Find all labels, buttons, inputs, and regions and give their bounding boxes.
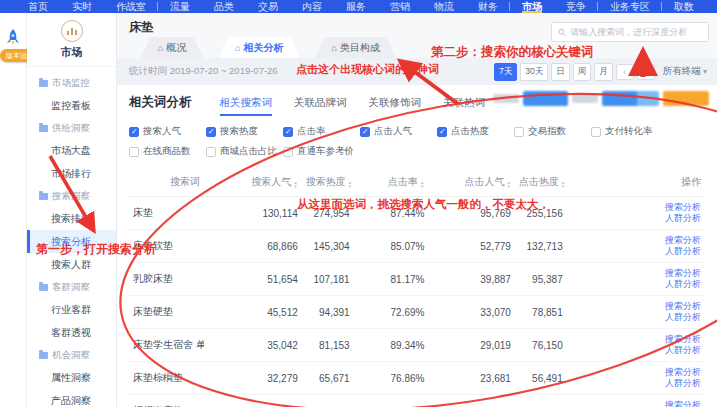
column-header[interactable]: 点击率 <box>354 169 429 197</box>
nav-item[interactable]: 财务 <box>478 1 498 13</box>
rocket-icon[interactable] <box>5 29 21 47</box>
sidebar-item[interactable]: 搜索分析 <box>27 230 116 253</box>
search-input[interactable] <box>570 27 702 37</box>
crowd-analysis-link[interactable]: 人群分析 <box>571 312 701 323</box>
nav-item[interactable]: 交易 <box>258 1 278 13</box>
column-header[interactable]: 搜索热度 <box>302 169 354 197</box>
date-range-button[interactable]: 7天 <box>494 63 517 81</box>
checkbox-icon[interactable] <box>206 127 216 137</box>
sort-icon[interactable] <box>293 181 297 189</box>
column-header[interactable]: 点击人气 <box>428 169 514 197</box>
nav-item[interactable]: 内容 <box>302 1 322 13</box>
checkbox-icon[interactable] <box>206 147 216 157</box>
metric-checkbox-item[interactable]: 商城点击占比 <box>206 145 283 158</box>
crowd-analysis-link[interactable]: 人群分析 <box>571 378 701 389</box>
metric-checkbox-item[interactable]: 交易指数 <box>514 125 591 138</box>
search-analysis-link[interactable]: 搜索分析 <box>571 400 701 407</box>
nav-item[interactable]: 物流 <box>434 1 454 13</box>
metric-checkbox-item[interactable]: 搜索热度 <box>206 125 283 138</box>
checkbox-icon[interactable] <box>437 127 447 137</box>
nav-item[interactable]: 品类 <box>214 1 234 13</box>
nav-item[interactable]: 实时 <box>72 1 92 13</box>
metric-checkbox-item[interactable]: 搜索人气 <box>129 125 206 138</box>
blurred-blue-button[interactable] <box>602 91 659 106</box>
nav-item[interactable]: 取数 <box>674 1 694 13</box>
table-row[interactable]: 床垫棕榈垫 32,279 65,671 76.86% 23,681 56,491… <box>129 362 705 395</box>
date-range-button[interactable]: 日 <box>551 63 570 81</box>
sidebar-item[interactable]: 产品洞察 <box>27 389 116 407</box>
metric-checkbox-item[interactable]: 支付转化率 <box>591 125 668 138</box>
column-header[interactable]: 搜索词 <box>129 169 204 197</box>
sidebar-app-entry[interactable]: 市场 <box>27 13 116 67</box>
sidebar-item[interactable]: 监控看板 <box>27 94 116 117</box>
sort-icon[interactable] <box>561 181 565 189</box>
page-tab[interactable]: 概况 <box>141 37 203 58</box>
blurred-blue-button[interactable] <box>523 91 568 106</box>
sidebar-item[interactable]: 行业客群 <box>27 298 116 321</box>
crowd-analysis-link[interactable]: 人群分析 <box>571 279 701 290</box>
page-tab[interactable]: 相关分析 <box>219 37 299 58</box>
search-analysis-link[interactable]: 搜索分析 <box>571 301 701 312</box>
search-analysis-link[interactable]: 搜索分析 <box>571 235 701 246</box>
panel-subtab[interactable]: 相关搜索词 <box>220 96 273 116</box>
table-row[interactable]: 乳胶床垫 51,654 107,181 81.17% 39,887 95,387… <box>129 263 705 296</box>
sort-icon[interactable] <box>348 181 352 189</box>
panel-subtab[interactable]: 关联修饰词 <box>369 96 422 116</box>
crowd-analysis-link[interactable]: 人群分析 <box>571 345 701 356</box>
crowd-analysis-link[interactable]: 人群分析 <box>571 213 701 224</box>
checkbox-icon[interactable] <box>129 147 139 157</box>
sidebar-item[interactable]: 属性洞察 <box>27 366 116 389</box>
panel-subtab[interactable]: 关联热词 <box>443 96 485 116</box>
nav-item[interactable]: 作战室 <box>116 1 146 13</box>
checkbox-icon[interactable] <box>129 127 139 137</box>
date-range-button[interactable]: 30天 <box>520 63 548 81</box>
crowd-analysis-link[interactable]: 人群分析 <box>571 246 701 257</box>
panel-subtabs: 相关搜索词 关联品牌词 关联修饰词 关联热词 <box>220 96 486 116</box>
search-analysis-link[interactable]: 搜索分析 <box>571 367 701 378</box>
sidebar-item[interactable]: 市场大盘 <box>27 139 116 162</box>
sidebar-item[interactable]: 客群透视 <box>27 321 116 344</box>
metric-checkbox-item[interactable]: 点击热度 <box>437 125 514 138</box>
checkbox-icon[interactable] <box>591 127 601 137</box>
blurred-orange-button[interactable] <box>663 91 709 106</box>
metric-checkbox-item[interactable]: 点击人气 <box>360 125 437 138</box>
nav-item[interactable]: 营销 <box>390 1 410 13</box>
search-analysis-link[interactable]: 搜索分析 <box>571 268 701 279</box>
column-header[interactable]: 搜索人气 <box>204 169 302 197</box>
table-row[interactable]: 床垫 130,114 274,954 87.44% 95,769 255,156… <box>129 197 705 230</box>
table-row[interactable]: 榻榻米床垫 28,892 58,119 71.90% 20,946 48,948… <box>129 395 705 407</box>
metric-checkbox-item[interactable]: 直通车参考价 <box>283 145 360 158</box>
metric-checkbox-item[interactable]: 点击率 <box>283 125 360 138</box>
nav-item[interactable]: 市场 <box>522 1 542 13</box>
checkbox-icon[interactable] <box>283 147 293 157</box>
column-header[interactable]: 点击热度 <box>515 169 567 197</box>
next-arrow-button[interactable] <box>637 64 655 80</box>
sidebar-item[interactable]: 搜索人群 <box>27 253 116 276</box>
search-analysis-link[interactable]: 搜索分析 <box>571 202 701 213</box>
sidebar-item[interactable]: 搜索排行 <box>27 207 116 230</box>
table-row[interactable]: 床垫学生宿舍 单人 35,042 81,153 89.34% 29,019 76… <box>129 329 705 362</box>
sort-icon[interactable] <box>506 181 510 189</box>
metric-checkbox-item[interactable]: 在线商品数 <box>129 145 206 158</box>
page-tab[interactable]: 类目构成 <box>315 37 395 58</box>
sidebar-item[interactable]: 市场排行 <box>27 162 116 185</box>
column-header[interactable]: 操作 <box>567 169 705 197</box>
prev-arrow-button[interactable] <box>616 64 634 80</box>
checkbox-icon[interactable] <box>360 127 370 137</box>
checkbox-icon[interactable] <box>283 127 293 137</box>
nav-item[interactable]: 竞争 <box>566 1 586 13</box>
panel-subtab[interactable]: 关联品牌词 <box>294 96 347 116</box>
sort-icon[interactable] <box>420 181 424 189</box>
house-icon <box>331 42 336 53</box>
nav-item[interactable]: 流量 <box>170 1 190 13</box>
nav-item[interactable]: 服务 <box>346 1 366 13</box>
nav-item[interactable]: 首页 <box>28 1 48 13</box>
date-range-button[interactable]: 月 <box>594 63 613 81</box>
date-range-button[interactable]: 周 <box>573 63 592 81</box>
table-row[interactable]: 床垫软垫 68,866 145,304 85.07% 52,779 132,71… <box>129 230 705 263</box>
search-analysis-link[interactable]: 搜索分析 <box>571 334 701 345</box>
table-row[interactable]: 床垫硬垫 45,512 94,391 72.69% 33,070 78,851 … <box>129 296 705 329</box>
nav-item[interactable]: 业务专区 <box>610 1 650 13</box>
terminal-filter-dropdown[interactable]: 所有终端 <box>663 65 707 78</box>
checkbox-icon[interactable] <box>514 127 524 137</box>
